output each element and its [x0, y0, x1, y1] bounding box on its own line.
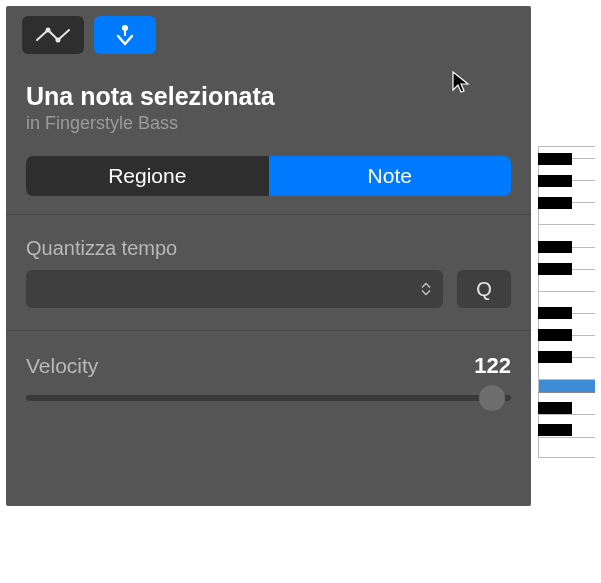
svg-point-0	[46, 28, 51, 33]
black-key[interactable]	[538, 263, 572, 275]
chevron-updown-icon	[421, 283, 431, 296]
page-title: Una nota selezionata	[26, 82, 511, 111]
automation-line-icon	[36, 27, 70, 43]
quantize-section: Quantizza tempo Q	[6, 215, 531, 330]
catch-playhead-button[interactable]	[94, 16, 156, 54]
inspector-panel: Una nota selezionata in Fingerstyle Bass…	[6, 6, 531, 506]
tab-bar: Regione Note	[26, 156, 511, 196]
black-key[interactable]	[538, 307, 572, 319]
title-block: Una nota selezionata in Fingerstyle Bass	[6, 64, 531, 150]
black-key[interactable]	[538, 329, 572, 341]
black-key[interactable]	[538, 424, 572, 436]
black-key[interactable]	[538, 175, 572, 187]
black-key[interactable]	[538, 402, 572, 414]
tab-note[interactable]: Note	[269, 156, 512, 196]
white-key[interactable]	[538, 438, 595, 458]
velocity-section: Velocity 122	[6, 331, 531, 425]
quantize-label: Quantizza tempo	[26, 237, 511, 260]
black-key[interactable]	[538, 153, 572, 165]
quantize-button[interactable]: Q	[457, 270, 511, 308]
black-key[interactable]	[538, 241, 572, 253]
velocity-label: Velocity	[26, 354, 98, 378]
black-key[interactable]	[538, 351, 572, 363]
quantize-dropdown[interactable]	[26, 270, 443, 308]
page-subtitle: in Fingerstyle Bass	[26, 113, 511, 134]
tab-region[interactable]: Regione	[26, 156, 269, 196]
velocity-slider-thumb[interactable]	[479, 385, 505, 411]
velocity-value: 122	[474, 353, 511, 379]
black-key[interactable]	[538, 197, 572, 209]
piano-keyboard[interactable]: Do4 Do3	[538, 146, 595, 456]
white-key-selected[interactable]	[538, 380, 595, 393]
toolbar	[6, 6, 531, 64]
velocity-slider[interactable]	[26, 395, 511, 401]
automation-tool-button[interactable]	[22, 16, 84, 54]
svg-point-1	[56, 38, 61, 43]
catch-playhead-icon	[114, 24, 136, 46]
